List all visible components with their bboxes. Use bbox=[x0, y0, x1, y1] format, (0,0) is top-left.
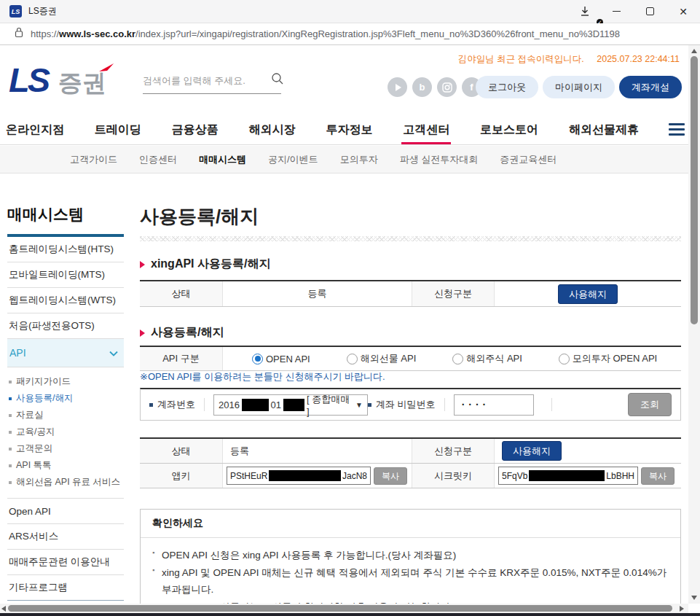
window-titlebar: LS LS증권 ✓ ✕ bbox=[0, 0, 700, 23]
url-text: https://www.ls-sec.co.kr/index.jsp?url=/… bbox=[31, 28, 620, 39]
radio-off-icon bbox=[452, 354, 463, 364]
address-bar[interactable]: https://www.ls-sec.co.kr/index.jsp?url=/… bbox=[0, 23, 700, 45]
last-access-time: 2025.07.23 22:44:11 bbox=[597, 54, 680, 64]
scroll-left-icon[interactable] bbox=[1, 606, 6, 612]
query-button[interactable]: 조회 bbox=[628, 393, 672, 416]
sidebar-item-hts[interactable]: 홈트레이딩시스템(HTS) bbox=[7, 237, 124, 262]
status-value: 등록 bbox=[222, 281, 412, 306]
nav-item-customer-center[interactable]: 고객센터 bbox=[403, 115, 449, 144]
site-logo[interactable]: LS 증권 bbox=[9, 64, 106, 97]
search-icon[interactable] bbox=[271, 72, 284, 88]
subnav-item-derivatives-contest[interactable]: 파생 실전투자대회 bbox=[400, 153, 479, 166]
radio-mock-open-api[interactable]: 모의투자 OPEN API bbox=[559, 352, 657, 365]
redacted-block bbox=[269, 470, 341, 481]
api-type-options: OPEN API 해외선물 API 해외주식 API 모의투자 OPEN API bbox=[222, 347, 681, 370]
notice-box: 확인하세요 OPEN API 신청은 xing API 사용등록 후 가능합니다… bbox=[140, 509, 681, 616]
title-divider bbox=[140, 236, 681, 241]
divider bbox=[444, 398, 445, 411]
api-type-header: API 구분 bbox=[140, 347, 222, 370]
account-buttons: 로그아웃 마이페이지 계좌개설 bbox=[476, 76, 682, 98]
sidebar-subitem-package-guide[interactable]: 패키지가이드 bbox=[7, 373, 124, 390]
unregister-button[interactable]: 사용해지 bbox=[502, 441, 562, 461]
sidebar-item-api[interactable]: API bbox=[7, 339, 124, 367]
account-number-label: 계좌번호 bbox=[157, 398, 195, 411]
subnav-item-trading-system[interactable]: 매매시스템 bbox=[199, 153, 246, 166]
bullet-icon bbox=[9, 397, 12, 400]
blog-icon[interactable]: b bbox=[412, 77, 432, 97]
app-logo-icon: LS bbox=[9, 5, 22, 17]
scroll-up-icon[interactable] bbox=[691, 49, 697, 53]
close-button[interactable]: ✕ bbox=[666, 0, 700, 23]
logo-suffix-text: 증권 bbox=[58, 71, 106, 97]
sidebar-item-mts[interactable]: 모바일트레이딩(MTS) bbox=[7, 262, 124, 288]
section-arrow-icon bbox=[140, 330, 145, 337]
nav-item-robo-store[interactable]: 로보스토어 bbox=[480, 115, 538, 144]
sidebar-item-other-programs[interactable]: 기타프로그램 bbox=[7, 575, 124, 601]
api-type-table: API 구분 OPEN API 해외선물 API 해외주식 API 모의투자 O… bbox=[140, 346, 681, 371]
horizontal-scrollbar[interactable] bbox=[0, 604, 688, 613]
radio-open-api[interactable]: OPEN API bbox=[252, 354, 310, 364]
bullet-icon bbox=[9, 464, 12, 467]
download-icon[interactable]: ✓ bbox=[570, 0, 599, 23]
horizontal-scrollbar-thumb[interactable] bbox=[8, 605, 672, 612]
nav-item-overseas-futures[interactable]: 해외선물제휴 bbox=[569, 115, 639, 144]
account-query-panel: 계좌번호 2016 01 [ 종합매매 ] ▼ 계좌 비밀번호 조회 bbox=[140, 388, 681, 421]
last-access-info: 김야일님 최근 접속이력입니다. 2025.07.23 22:44:11 bbox=[458, 53, 680, 66]
sidebar-subitem-overseas-paid-service[interactable]: 해외선옵 API 유료 서비스 bbox=[7, 474, 124, 491]
subnav-item-education-center[interactable]: 증권교육센터 bbox=[500, 153, 557, 166]
last-access-label: 김야일님 최근 접속이력입니다. bbox=[458, 54, 584, 64]
bullet-icon bbox=[9, 381, 12, 383]
sidebar-subitem-registration[interactable]: 사용등록/해지 bbox=[7, 390, 124, 407]
sidebar-title: 매매시스템 bbox=[7, 203, 124, 234]
appkey-field[interactable]: PStHEuR JacN8 bbox=[227, 467, 371, 485]
nav-item-financial-products[interactable]: 금융상품 bbox=[172, 115, 219, 144]
subnav-item-mock-investment[interactable]: 모의투자 bbox=[340, 153, 378, 166]
account-number-select[interactable]: 2016 01 [ 종합매매 ] ▼ bbox=[213, 394, 368, 416]
search-input[interactable] bbox=[143, 75, 271, 86]
radio-overseas-stock-api[interactable]: 해외주식 API bbox=[452, 352, 522, 365]
youtube-icon[interactable] bbox=[388, 77, 407, 97]
instagram-icon[interactable] bbox=[437, 77, 457, 97]
radio-overseas-futures-api[interactable]: 해외선물 API bbox=[347, 352, 417, 365]
bullet-icon bbox=[9, 481, 12, 484]
account-password-input[interactable] bbox=[454, 394, 534, 416]
vertical-scrollbar[interactable] bbox=[688, 45, 700, 604]
subnav-item-auth-center[interactable]: 인증센터 bbox=[139, 153, 177, 166]
sidebar-item-open-api[interactable]: Open API bbox=[7, 499, 124, 524]
scroll-down-icon[interactable] bbox=[691, 596, 697, 600]
secretkey-field[interactable]: 5FqVb LbBHH bbox=[498, 467, 638, 485]
sidebar-item-order-guide[interactable]: 매매주문관련 이용안내 bbox=[7, 550, 124, 575]
appkey-copy-button[interactable]: 복사 bbox=[374, 467, 407, 485]
xingapi-unregister-button[interactable]: 사용해지 bbox=[558, 284, 618, 304]
sidebar-subitem-education-notice[interactable]: 교육/공지 bbox=[7, 424, 124, 440]
logout-button[interactable]: 로그아웃 bbox=[476, 76, 538, 98]
appkey-header: 앱키 bbox=[140, 464, 222, 488]
nav-item-online-branch[interactable]: 온라인지점 bbox=[6, 115, 64, 144]
divider bbox=[551, 398, 552, 411]
nav-item-investment-info[interactable]: 투자정보 bbox=[326, 115, 372, 144]
subnav-item-notice-event[interactable]: 공지/이벤트 bbox=[268, 153, 318, 166]
clipped-footer-edge bbox=[0, 613, 700, 616]
vertical-scrollbar-thumb[interactable] bbox=[691, 56, 698, 324]
lock-icon bbox=[15, 27, 23, 41]
open-account-button[interactable]: 계좌개설 bbox=[619, 76, 682, 98]
sidebar-item-ars[interactable]: ARS서비스 bbox=[7, 524, 124, 550]
nav-item-trading[interactable]: 트레이딩 bbox=[95, 115, 141, 144]
nav-item-overseas-markets[interactable]: 해외시장 bbox=[249, 115, 296, 144]
social-links: b f bbox=[388, 77, 481, 97]
scroll-right-icon[interactable] bbox=[680, 606, 684, 612]
sidebar-subitem-customer-inquiry[interactable]: 고객문의 bbox=[7, 440, 124, 457]
minimize-button[interactable] bbox=[599, 0, 633, 23]
sidebar-subitem-api-talk[interactable]: API 톡톡 bbox=[7, 457, 124, 474]
secretkey-copy-button[interactable]: 복사 bbox=[641, 467, 675, 485]
hamburger-icon[interactable] bbox=[669, 123, 685, 136]
maximize-button[interactable] bbox=[633, 0, 666, 23]
sidebar-item-wts[interactable]: 웹트레이딩시스템(WTS) bbox=[7, 288, 124, 313]
sidebar-subitem-resources[interactable]: 자료실 bbox=[7, 407, 124, 424]
main-content: 사용등록/해지 xingAPI 사용등록/해지 상태 등록 신청구분 사용해지 … bbox=[140, 204, 681, 616]
window-controls: ✓ ✕ bbox=[570, 0, 700, 23]
radio-on-icon bbox=[252, 354, 263, 364]
mypage-button[interactable]: 마이페이지 bbox=[543, 76, 615, 98]
subnav-item-customer-guide[interactable]: 고객가이드 bbox=[70, 153, 117, 166]
sidebar-item-ots[interactable]: 처음(파생전용OTS) bbox=[7, 313, 124, 339]
